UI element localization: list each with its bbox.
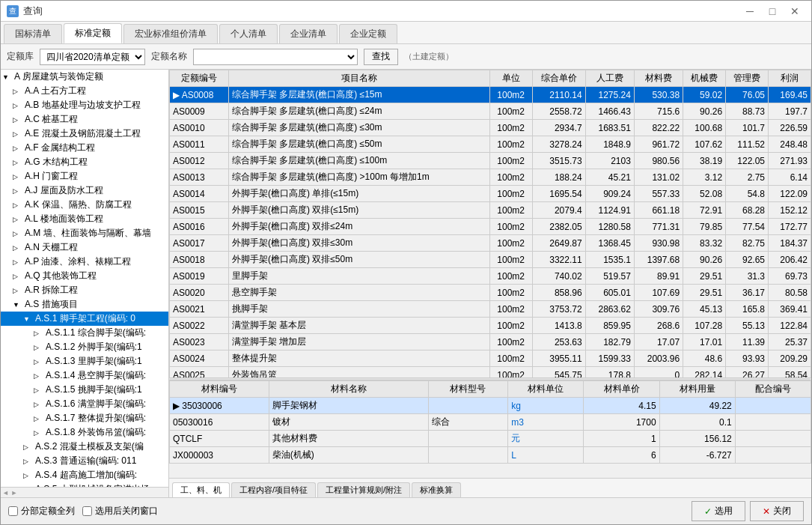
tree-expand-icon[interactable]: ▷ — [13, 159, 23, 166]
select-button[interactable]: ✓ 选用 — [692, 501, 745, 521]
checkbox-all-quota[interactable]: 分部定额全列 — [8, 505, 75, 518]
tab-guobiao[interactable]: 国标清单 — [4, 24, 62, 43]
table-row[interactable]: AS0025外装饰吊篮100m2545.75178.80282.1426.275… — [170, 367, 811, 378]
bottom-tab-items[interactable]: 工、料、机 — [172, 482, 230, 497]
table-row[interactable]: AS0009综合脚手架 多层建筑(檐口高度) ≤24m100m22558.721… — [170, 103, 811, 120]
tree-expand-icon[interactable]: ▷ — [23, 458, 34, 465]
close-dialog-button[interactable]: ✕ 关闭 — [750, 501, 804, 521]
tree-expand-icon[interactable]: ▷ — [13, 287, 23, 294]
tree-item[interactable]: ▷A.Q 其他装饰工程 — [1, 269, 168, 283]
tab-qiye-list[interactable]: 企业清单 — [279, 24, 338, 43]
table-row[interactable]: AS0015外脚手架(檐口高度) 双排(≤15m)100m22079.41124… — [170, 202, 811, 219]
tree-expand-icon[interactable]: ▷ — [34, 358, 44, 365]
tree-item[interactable]: ▷A.L 楼地面装饰工程 — [1, 212, 168, 226]
tree-item[interactable]: ▷A.E 混凝土及钢筋混凝土工程 — [1, 127, 168, 141]
tree-item[interactable]: ▼A.S 措施项目 — [1, 297, 168, 312]
tree-item[interactable]: ▷A.C 桩基工程 — [1, 112, 168, 127]
tree-expand-icon[interactable]: ▷ — [13, 88, 23, 95]
tree-scroll[interactable]: ▼A 房屋建筑与装饰定额▷A.A 土石方工程▷A.B 地基处理与边坡支护工程▷A… — [1, 70, 168, 487]
tree-expand-icon[interactable]: ▷ — [34, 415, 44, 422]
tree-expand-icon[interactable]: ▷ — [34, 330, 44, 337]
material-row[interactable]: 05030016镀材综合m317000.1 — [170, 414, 811, 431]
table-row[interactable]: AS0011综合脚手架 多层建筑(檐口高度) ≤50m100m23278.241… — [170, 136, 811, 153]
tree-expand-icon[interactable]: ▷ — [13, 273, 23, 280]
tree-expand-icon[interactable]: ▷ — [34, 429, 44, 437]
close-button[interactable]: ✕ — [784, 4, 805, 19]
tree-item[interactable]: ▷A.J 屋面及防水工程 — [1, 183, 168, 198]
tree-item[interactable]: ▷A.F 金属结构工程 — [1, 141, 168, 155]
tree-expand-icon[interactable]: ▷ — [13, 102, 23, 109]
table-row[interactable]: AS0017外脚手架(檐口高度) 双排≤30m100m22649.871368.… — [170, 235, 811, 252]
bottom-tab-rules[interactable]: 工程量计算规则/附注 — [317, 482, 410, 497]
tree-item[interactable]: ▷A.S.1.5 挑脚手架(编码:1 — [1, 383, 168, 397]
tree-item[interactable]: ▷A.S.4 超高施工增加(编码: — [1, 468, 168, 482]
tree-item[interactable]: ▷A.G 木结构工程 — [1, 155, 168, 169]
tree-item[interactable]: ▷A.B 地基处理与边坡支护工程 — [1, 98, 168, 112]
tree-expand-icon[interactable]: ▷ — [13, 145, 23, 152]
bottom-tab-swap[interactable]: 标准换算 — [412, 482, 461, 497]
tree-expand-icon[interactable]: ▷ — [13, 173, 23, 180]
table-row[interactable]: AS0016外脚手架(檐口高度) 双排≤24m100m22382.051280.… — [170, 219, 811, 235]
material-row[interactable]: ▶ 35030006脚手架钢材kg4.1549.22 — [170, 398, 811, 414]
tree-expand-icon[interactable]: ▷ — [13, 130, 23, 138]
checkbox-all-quota-input[interactable] — [8, 506, 18, 516]
checkbox-close-after[interactable]: 选用后关闭窗口 — [82, 505, 158, 518]
minimize-button[interactable]: ─ — [739, 4, 760, 19]
tree-item[interactable]: ▷A.H 门窗工程 — [1, 169, 168, 183]
tree-item[interactable]: ▷A.A 土石方工程 — [1, 84, 168, 98]
tree-item[interactable]: ▷A.N 天棚工程 — [1, 240, 168, 255]
table-row[interactable]: AS0013综合脚手架 多层建筑(檐口高度) >100m 每增加1m100m21… — [170, 169, 811, 186]
table-row[interactable]: AS0024整体提升架100m23955.111599.332003.9648.… — [170, 350, 811, 367]
table-row[interactable]: AS0019里脚手架100m2740.02519.5789.9129.5131.… — [170, 268, 811, 285]
checkbox-close-after-input[interactable] — [82, 506, 92, 516]
tree-expand-icon[interactable]: ▷ — [34, 401, 44, 408]
tree-expand-icon[interactable]: ▼ — [2, 73, 13, 81]
tree-item[interactable]: ▼A.S.1 脚手架工程(编码: 0 — [1, 312, 168, 326]
quota-library-select[interactable]: 四川省2020清单定额 — [40, 49, 145, 65]
search-button[interactable]: 查找 — [364, 49, 398, 65]
tree-item[interactable]: ▷A.S.1.7 整体提升架(编码: — [1, 411, 168, 425]
tree-item[interactable]: ▷A.S.3 普通运输(编码: 011 — [1, 454, 168, 468]
tree-item[interactable]: ▷A.P 油漆、涂料、裱糊工程 — [1, 255, 168, 269]
tree-expand-icon[interactable]: ▷ — [13, 116, 23, 124]
tab-hongye[interactable]: 宏业标准组价清单 — [123, 24, 218, 43]
table-row[interactable]: AS0018外脚手架(檐口高度) 双排≤50m100m23322.111535.… — [170, 252, 811, 268]
tree-expand-icon[interactable]: ▷ — [13, 244, 23, 252]
tree-item[interactable]: ▼A 房屋建筑与装饰定额 — [1, 70, 168, 84]
tree-item[interactable]: ▷A.S.1.2 外脚手架(编码:1 — [1, 340, 168, 354]
tab-qiye-quota[interactable]: 企业定额 — [339, 24, 397, 43]
material-row[interactable]: QTCLF其他材料费元1156.12 — [170, 431, 811, 447]
maximize-button[interactable]: □ — [762, 4, 783, 19]
tree-item[interactable]: ▷A.S.1.1 综合脚手架(编码: — [1, 326, 168, 340]
tree-item[interactable]: ▷A.S.1.4 悬空脚手架(编码: — [1, 368, 168, 383]
tree-expand-icon[interactable]: ▷ — [13, 201, 23, 209]
material-table-container[interactable]: 材料编号 材料名称 材料型号 材料单位 材料单价 材料用量 配合编号 ▶ 350… — [169, 380, 811, 478]
main-table-container[interactable]: 定额编号 项目名称 单位 综合单价 人工费 材料费 机械费 管理费 利润 ▶ A… — [169, 70, 811, 377]
tree-expand-icon[interactable]: ▷ — [13, 216, 23, 223]
table-row[interactable]: AS0022满堂脚手架 基本层100m21413.8859.95268.6107… — [170, 318, 811, 334]
quota-name-select[interactable] — [193, 49, 358, 65]
table-row[interactable]: AS0014外脚手架(檐口高度) 单排(≤15m)100m21695.54909… — [170, 186, 811, 202]
table-row[interactable]: AS0020悬空脚手架100m2858.96605.01107.6929.513… — [170, 285, 811, 301]
tree-expand-icon[interactable]: ▷ — [13, 187, 23, 195]
table-row[interactable]: AS0012综合脚手架 多层建筑(檐口高度) ≤100m100m23515.73… — [170, 153, 811, 169]
tree-item[interactable]: ▷A.S.1.3 里脚手架(编码:1 — [1, 354, 168, 368]
table-row[interactable]: ▶ AS0008综合脚手架 多层建筑(檐口高度) ≤15m100m22110.1… — [170, 87, 811, 103]
bottom-tab-content[interactable]: 工程内容/项目特征 — [231, 482, 316, 497]
tree-item[interactable]: ▷A.K 保温、隔热、防腐工程 — [1, 198, 168, 212]
tree-item[interactable]: ▷A.S.1.6 满堂脚手架(编码: — [1, 397, 168, 411]
tree-item[interactable]: ▷A.S.1.8 外装饰吊篮(编码: — [1, 425, 168, 440]
tree-item[interactable]: ▷A.S.2 混凝土模板及支架(编 — [1, 440, 168, 454]
tree-expand-icon[interactable]: ▷ — [23, 472, 34, 479]
tree-expand-icon[interactable]: ▼ — [13, 301, 23, 309]
table-row[interactable]: AS0010综合脚手架 多层建筑(檐口高度) ≤30m100m22934.716… — [170, 120, 811, 136]
tree-scrollbar-h[interactable]: ◄ ► — [1, 487, 168, 497]
tab-biaozhun[interactable]: 标准定额 — [64, 23, 122, 43]
tree-expand-icon[interactable]: ▷ — [13, 230, 23, 237]
tree-expand-icon[interactable]: ▷ — [23, 443, 34, 451]
tree-item[interactable]: ▷A.M 墙、柱面装饰与隔断、幕墙 — [1, 226, 168, 240]
table-row[interactable]: AS0021挑脚手架100m23753.722863.62309.7645.13… — [170, 301, 811, 318]
tree-expand-icon[interactable]: ▷ — [34, 344, 44, 351]
tab-geren[interactable]: 个人清单 — [219, 24, 278, 43]
material-row[interactable]: JX000003柴油(机械)L6-6.727 — [170, 447, 811, 464]
